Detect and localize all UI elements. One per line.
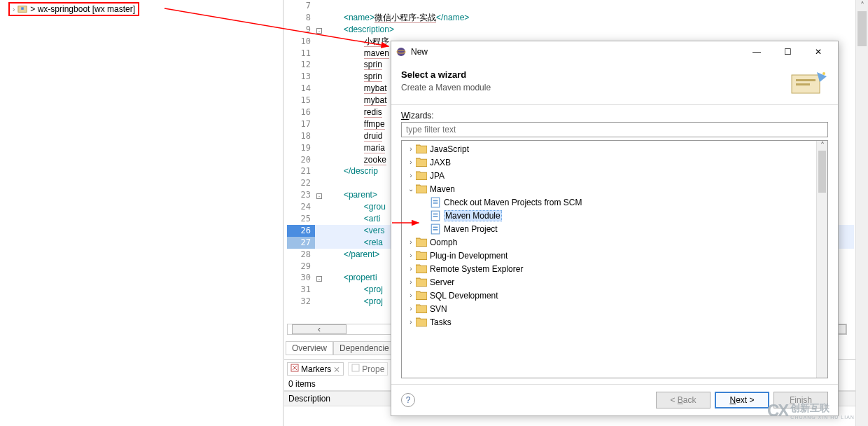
fold-gutter[interactable] [315, 261, 323, 273]
code-content[interactable]: sprin [323, 71, 382, 83]
tab-dependencies[interactable]: Dependencie [333, 342, 396, 355]
code-content[interactable]: ffmpe [323, 118, 385, 130]
tab-overview[interactable]: Overview [286, 342, 333, 355]
fold-gutter[interactable] [315, 225, 323, 237]
dialog-titlebar[interactable]: New — ☐ ✕ [391, 41, 838, 62]
tree-folder-item[interactable]: ›Plug-in Development [402, 249, 827, 262]
chevron-down-icon[interactable]: ⌄ [406, 185, 416, 193]
fold-gutter[interactable] [315, 154, 323, 166]
tree-folder-item[interactable]: ›JAXB [402, 156, 827, 169]
fold-gutter[interactable] [315, 237, 323, 249]
chevron-right-icon[interactable]: › [406, 291, 416, 299]
tree-folder-item[interactable]: ›JPA [402, 169, 827, 182]
fold-gutter[interactable] [315, 249, 323, 261]
fold-gutter[interactable] [315, 165, 323, 177]
chevron-right-icon[interactable]: › [406, 172, 416, 179]
scroll-track-v[interactable] [856, 11, 868, 415]
scroll-left-button[interactable]: ‹ [292, 324, 346, 334]
tab-properties[interactable]: Prope [348, 362, 388, 376]
fold-gutter[interactable]: - [315, 272, 323, 284]
code-content[interactable]: 小程序 [323, 36, 389, 48]
fold-gutter[interactable] [315, 48, 323, 60]
code-content[interactable]: <description> [323, 24, 394, 36]
tree-scroll-track[interactable] [817, 151, 827, 368]
code-content[interactable]: <proj [323, 284, 383, 296]
tree-scrollbar[interactable]: ˄ ˅ [816, 141, 827, 378]
chevron-right-icon[interactable]: › [406, 265, 416, 273]
code-content[interactable]: <proj [323, 296, 383, 308]
fold-gutter[interactable] [315, 177, 323, 189]
chevron-right-icon[interactable]: › [406, 318, 416, 326]
tree-leaf-item[interactable]: Maven Module [402, 209, 827, 222]
code-content[interactable]: sprin [323, 59, 382, 71]
fold-gutter[interactable] [315, 296, 323, 308]
tree-leaf-item[interactable]: Check out Maven Projects from SCM [402, 195, 827, 209]
fold-gutter[interactable] [315, 201, 323, 213]
tree-scroll-thumb[interactable] [818, 151, 826, 193]
code-content[interactable]: <arti [323, 213, 380, 225]
code-content[interactable]: <name>微信小程序-实战</name> [323, 12, 469, 24]
tree-folder-item[interactable]: ›Oomph [402, 235, 827, 249]
code-content[interactable]: druid [323, 130, 382, 142]
fold-gutter[interactable] [315, 142, 323, 154]
fold-gutter[interactable] [315, 95, 323, 106]
code-content[interactable]: maven [323, 48, 389, 60]
project-node-wx-springboot[interactable]: › > wx-springboot [wx master] [8, 2, 139, 16]
code-content[interactable]: redis [323, 106, 382, 118]
wizard-tree[interactable]: ›JavaScript›JAXB›JPA⌄MavenCheck out Mave… [401, 140, 828, 378]
code-content[interactable]: maria [323, 142, 385, 154]
tree-folder-item[interactable]: ›SQL Development [402, 289, 827, 302]
minimize-button[interactable]: — [741, 42, 772, 62]
tree-folder-item[interactable]: ›Tasks [402, 315, 827, 329]
fold-gutter[interactable] [315, 118, 323, 130]
fold-gutter[interactable] [315, 12, 323, 24]
chevron-right-icon[interactable]: › [406, 305, 416, 312]
editor-vertical-scrollbar[interactable]: ˄ ˅ [855, 0, 868, 426]
tree-folder-item[interactable]: ›SVN [402, 302, 827, 315]
fold-gutter[interactable] [315, 284, 323, 296]
code-content[interactable]: <properti [323, 272, 377, 284]
next-button[interactable]: Next > [715, 392, 769, 408]
scroll-up-button[interactable]: ˄ [856, 0, 868, 11]
maximize-button[interactable]: ☐ [772, 42, 803, 62]
chevron-right-icon[interactable]: › [406, 158, 416, 166]
wizard-filter-input[interactable] [401, 122, 828, 137]
tab-markers[interactable]: Markers ⨯ [287, 362, 344, 376]
tree-folder-item[interactable]: ⌄Maven [402, 182, 827, 195]
editor-line[interactable]: 9- <description> [287, 24, 854, 36]
code-content[interactable]: <parent> [323, 189, 377, 201]
tree-folder-item[interactable]: ›Server [402, 275, 827, 289]
scroll-thumb-v[interactable] [858, 11, 867, 46]
chevron-right-icon[interactable]: › [406, 238, 416, 246]
code-content[interactable]: mybat [323, 95, 386, 106]
tree-scroll-up[interactable]: ˄ [817, 141, 827, 151]
fold-gutter[interactable] [315, 0, 323, 12]
code-content[interactable]: zooke [323, 154, 386, 166]
fold-gutter[interactable]: - [315, 189, 323, 201]
close-icon[interactable]: ⨯ [333, 364, 340, 374]
tree-leaf-item[interactable]: Maven Project [402, 222, 827, 235]
chevron-right-icon[interactable]: › [406, 252, 416, 259]
editor-line[interactable]: 7 [287, 0, 854, 12]
help-button[interactable]: ? [401, 393, 415, 407]
code-content[interactable]: <rela [323, 237, 383, 249]
fold-gutter[interactable] [315, 213, 323, 225]
fold-gutter[interactable] [315, 59, 323, 71]
fold-gutter[interactable] [315, 130, 323, 142]
code-content[interactable]: <vers [323, 225, 384, 237]
fold-gutter[interactable] [315, 36, 323, 48]
tree-folder-item[interactable]: ›JavaScript [402, 142, 827, 156]
tree-folder-item[interactable]: ›Remote System Explorer [402, 262, 827, 275]
chevron-right-icon[interactable]: › [406, 145, 416, 153]
fold-gutter[interactable] [315, 83, 323, 95]
chevron-right-icon[interactable]: › [406, 278, 416, 286]
fold-gutter[interactable]: - [315, 24, 323, 36]
code-content[interactable]: mybat [323, 83, 386, 95]
code-content[interactable]: <grou [323, 201, 386, 213]
back-button[interactable]: < Back [656, 392, 710, 408]
fold-gutter[interactable] [315, 71, 323, 83]
editor-line[interactable]: 8 <name>微信小程序-实战</name> [287, 12, 854, 24]
close-button[interactable]: ✕ [803, 42, 834, 62]
code-content[interactable]: </descrip [323, 165, 378, 177]
fold-gutter[interactable] [315, 106, 323, 118]
